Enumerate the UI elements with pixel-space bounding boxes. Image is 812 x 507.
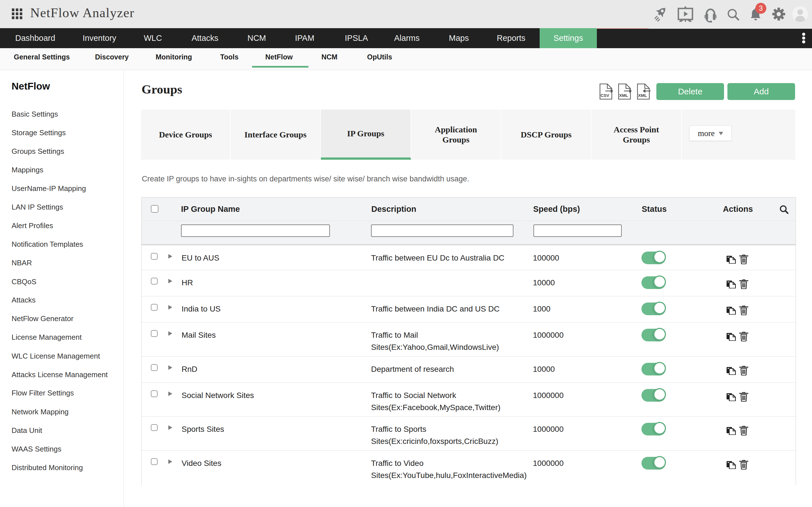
svg-text:XML: XML [638, 93, 647, 98]
svg-text:CSV: CSV [601, 93, 609, 98]
svg-text:XML: XML [619, 93, 628, 98]
